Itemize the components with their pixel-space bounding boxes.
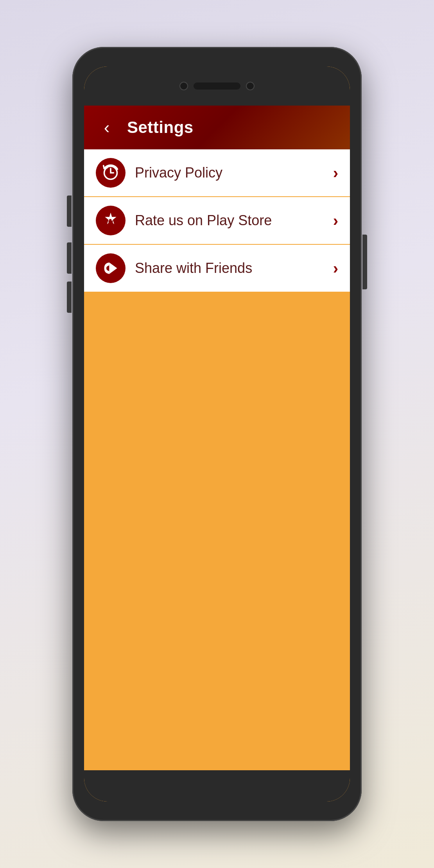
app-header: ‹ Settings: [84, 106, 350, 149]
rate-us-chevron: ›: [333, 212, 338, 230]
share-label: Share with Friends: [135, 260, 324, 276]
orange-body: [84, 292, 350, 770]
privacy-policy-label: Privacy Policy: [135, 165, 324, 181]
rate-us-label: Rate us on Play Store: [135, 212, 324, 229]
camera-right: [246, 82, 255, 90]
page-title: Settings: [127, 118, 194, 137]
share-icon: [102, 260, 119, 277]
menu-list: Privacy Policy › Rate us on Play Store: [84, 149, 350, 292]
back-icon: ‹: [104, 119, 110, 136]
phone-device: ‹ Settings: [72, 47, 362, 821]
bottom-bezel: [84, 770, 350, 802]
phone-screen: ‹ Settings: [84, 66, 350, 802]
camera-area: [179, 82, 255, 90]
app-content: ‹ Settings: [84, 106, 350, 770]
privacy-policy-icon-wrap: [96, 158, 126, 188]
privacy-icon: [102, 164, 119, 181]
rate-icon: [102, 212, 119, 229]
top-bezel: [84, 66, 350, 106]
menu-item-share[interactable]: Share with Friends ›: [84, 245, 350, 292]
menu-item-privacy-policy[interactable]: Privacy Policy ›: [84, 149, 350, 197]
speaker: [194, 82, 240, 90]
share-chevron: ›: [333, 260, 338, 277]
rate-us-icon-wrap: [96, 206, 126, 235]
back-button[interactable]: ‹: [96, 117, 118, 138]
camera-left: [179, 82, 188, 90]
share-icon-wrap: [96, 253, 126, 283]
menu-item-rate-us[interactable]: Rate us on Play Store ›: [84, 197, 350, 245]
privacy-policy-chevron: ›: [333, 164, 338, 182]
